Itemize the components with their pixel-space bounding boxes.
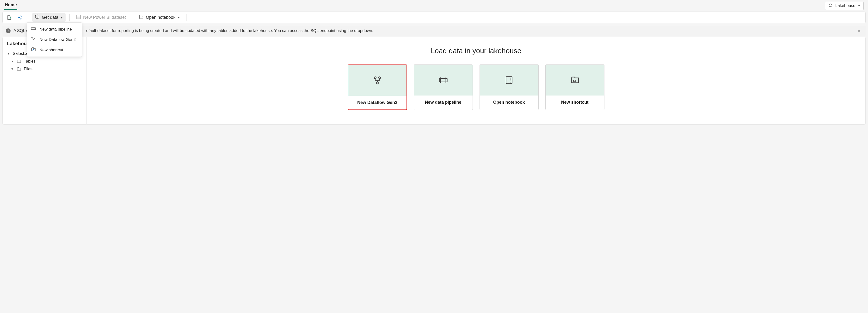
chevron-down-icon: ▼ [858, 4, 861, 7]
folder-link-icon [546, 65, 604, 95]
folder-icon [17, 67, 21, 72]
close-icon[interactable]: ✕ [856, 28, 862, 33]
view-mode-switcher[interactable]: Lakehouse ▼ [825, 2, 864, 10]
get-data-button[interactable]: Get data ▼ [32, 13, 66, 22]
lakehouse-icon [828, 3, 833, 9]
info-bar: i A SQL eefault dataset for reporting is… [2, 26, 866, 36]
menu-new-shortcut[interactable]: New shortcut [27, 45, 82, 55]
card-new-dataflow-gen2[interactable]: New Dataflow Gen2 [348, 64, 407, 110]
chevron-down-icon: ▼ [10, 67, 14, 71]
chevron-down-icon: ▼ [6, 52, 10, 55]
info-icon: i [6, 28, 10, 33]
separator [28, 14, 28, 21]
menu-new-dataflow-gen2[interactable]: New Dataflow Gen2 [27, 34, 82, 45]
notebook-icon [480, 65, 538, 95]
new-powerbi-dataset-label: New Power BI dataset [83, 15, 126, 20]
view-mode-label: Lakehouse [835, 3, 855, 8]
open-notebook-label: Open notebook [146, 15, 175, 20]
card-label: New shortcut [546, 95, 604, 109]
card-label: New data pipeline [414, 95, 472, 109]
separator [132, 14, 132, 21]
new-powerbi-dataset-button: New Power BI dataset [73, 13, 128, 22]
menu-item-label: New data pipeline [39, 27, 72, 32]
main-panel: Load data in your lakehouse New Dataflow… [87, 37, 866, 124]
top-nav: Home Lakehouse ▼ [0, 0, 868, 10]
card-label: New Dataflow Gen2 [348, 96, 406, 110]
chevron-down-icon: ▼ [60, 16, 63, 19]
chevron-down-icon: ▼ [177, 16, 180, 19]
settings-button[interactable] [16, 14, 24, 21]
dataflow-icon [31, 36, 36, 43]
separator [69, 14, 70, 21]
dataflow-icon [348, 65, 406, 96]
card-label: Open notebook [480, 95, 538, 109]
tab-home[interactable]: Home [4, 1, 17, 10]
menu-new-data-pipeline[interactable]: New data pipeline [27, 24, 82, 34]
get-data-label: Get data [42, 15, 58, 20]
card-new-shortcut[interactable]: New shortcut [545, 64, 604, 110]
shortcut-icon [31, 47, 36, 53]
toolbar: Get data ▼ New Power BI dataset Open not… [2, 11, 866, 23]
pipeline-icon [31, 26, 36, 32]
notebook-icon [138, 14, 144, 21]
folder-icon [17, 59, 21, 64]
menu-item-label: New shortcut [39, 48, 63, 52]
info-message: A SQL eefault dataset for reporting is b… [13, 28, 853, 33]
separator [186, 14, 187, 21]
info-message-tail: efault dataset for reporting is being cr… [86, 28, 373, 33]
tree-node-label: Tables [24, 59, 36, 64]
open-notebook-button[interactable]: Open notebook ▼ [136, 13, 183, 22]
tree-node-label: Files [24, 67, 32, 72]
database-icon [35, 14, 40, 21]
tree-node-files[interactable]: ▼ Files [5, 65, 85, 73]
dataset-icon [76, 14, 81, 21]
refresh-button[interactable] [5, 14, 13, 21]
card-grid: New Dataflow Gen2 New data pipeline Open… [348, 64, 604, 110]
main-heading: Load data in your lakehouse [431, 47, 521, 55]
pipeline-icon [414, 65, 472, 95]
tree-node-tables[interactable]: ▼ Tables [5, 57, 85, 65]
chevron-down-icon: ▼ [10, 60, 14, 63]
get-data-menu: New data pipeline New Dataflow Gen2 New … [27, 22, 82, 57]
menu-item-label: New Dataflow Gen2 [39, 37, 76, 42]
info-message-prefix: A SQL e [13, 28, 29, 33]
card-open-notebook[interactable]: Open notebook [479, 64, 539, 110]
card-new-data-pipeline[interactable]: New data pipeline [414, 64, 473, 110]
